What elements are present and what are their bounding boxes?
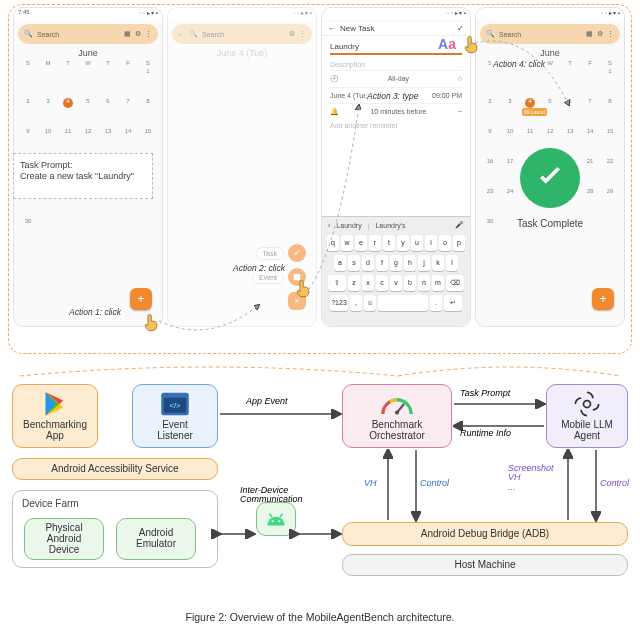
architecture-diagram: Benchmarking App </> Event Listener Benc… — [8, 380, 632, 592]
edge-screenshot-vh: Screenshot VH ... — [508, 464, 554, 492]
edge-inter-device: Inter-Device Communication — [240, 486, 303, 505]
edge-control2: Control — [600, 478, 629, 488]
scenario-panel: 7:45 ◦ ◦ ▸ ▾ ▪ 🔍 Search ▦ ⚙ ⋮ June SMTWT… — [8, 4, 632, 354]
edge-runtime: Runtime Info — [460, 428, 511, 438]
edge-task-prompt: Task Prompt — [460, 388, 510, 398]
figure-caption: Figure 2: Overview of the MobileAgentBen… — [0, 611, 640, 623]
action-arrows — [9, 5, 633, 355]
scenario-connector — [10, 358, 620, 378]
edge-vh: VH — [364, 478, 377, 488]
edge-control1: Control — [420, 478, 449, 488]
edge-app-event: App Event — [246, 396, 288, 406]
